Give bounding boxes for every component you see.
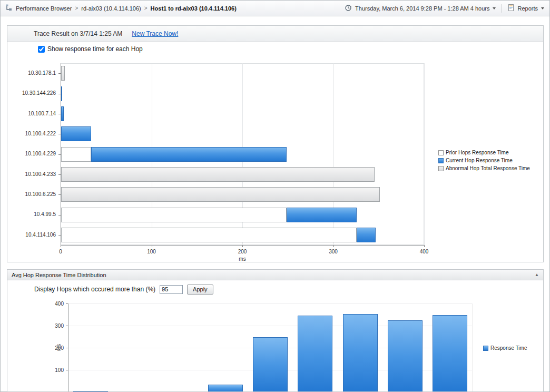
- legend-item-prior: Prior Hops Response Time: [438, 150, 530, 155]
- current-hop-swatch: [438, 158, 444, 163]
- y-tick-label: 300: [48, 323, 64, 329]
- current-hop-bar: [287, 208, 357, 222]
- current-hop-bar: [91, 147, 287, 162]
- chevron-down-icon[interactable]: [541, 7, 544, 9]
- time-range-selector[interactable]: Thursday, March 6, 2014 9:28 PM - 1:28 A…: [355, 5, 489, 12]
- new-trace-link[interactable]: New Trace Now!: [132, 30, 178, 37]
- category-label: 10.100.6.225: [7, 184, 56, 204]
- current-hop-bar: [61, 86, 62, 101]
- current-hop-bar: [61, 126, 91, 141]
- response-time-swatch: [483, 346, 488, 351]
- abnormal-hop-bar: [61, 187, 380, 202]
- show-response-time-checkbox[interactable]: [38, 46, 45, 53]
- prior-hops-bar: [61, 228, 357, 242]
- distribution-panel: Avg Hop Response Time Distribution ▲ 100…: [7, 269, 544, 392]
- prior-hops-swatch: [438, 150, 444, 155]
- response-time-bar: [433, 315, 467, 392]
- x-tick-label: 0: [50, 249, 71, 254]
- distribution-chart-legend: Response Time: [483, 345, 527, 351]
- current-hop-bar: [61, 106, 64, 121]
- category-label: 10.30.144.226: [7, 83, 56, 103]
- y-tick-label: 100: [48, 367, 64, 373]
- legend-label: Abnormal Hop Total Response Time: [446, 165, 530, 171]
- hop-filter-input[interactable]: [160, 285, 183, 294]
- category-label: 10.100.4.229: [7, 144, 56, 164]
- trace-result-title: Trace Result on 3/7/14 1:25 AM: [34, 30, 122, 37]
- chevron-down-icon[interactable]: [493, 7, 496, 9]
- response-time-bar: [298, 316, 332, 392]
- breadcrumb-performance-browser[interactable]: Performance Browser: [16, 5, 72, 12]
- breadcrumb-separator: >: [75, 5, 78, 11]
- y-axis: [68, 303, 68, 392]
- x-axis-label: ms: [61, 256, 424, 262]
- time-range-icon: [345, 4, 352, 13]
- show-response-time-row: Show response time for each Hop: [38, 45, 143, 53]
- legend-label: Response Time: [490, 345, 527, 351]
- top-bar: Performance Browser > rd-aix03 (10.4.114…: [1, 1, 549, 16]
- category-label: 10.4.114.106: [7, 225, 56, 245]
- legend-label: Current Hop Response Time: [446, 158, 513, 163]
- current-hop-bar: [357, 228, 376, 242]
- prior-hops-bar: [61, 147, 91, 162]
- gridline: [424, 63, 425, 245]
- reports-menu[interactable]: Reports: [517, 5, 538, 12]
- category-label: 10.100.4.222: [7, 124, 56, 144]
- category-label: 10.30.178.1: [7, 63, 56, 83]
- x-tick-label: 100: [141, 249, 162, 254]
- x-axis: [61, 245, 425, 246]
- breadcrumb-host[interactable]: rd-aix03 (10.4.114.106): [81, 5, 141, 12]
- legend-item-current: Current Hop Response Time: [438, 158, 530, 163]
- category-label: 10.100.4.233: [7, 164, 56, 184]
- performance-browser-icon: [6, 4, 13, 12]
- y-axis-label: ms: [56, 344, 62, 351]
- trace-chart-legend: Prior Hops Response Time Current Hop Res…: [438, 150, 530, 171]
- gridline: [68, 303, 473, 304]
- response-time-bar: [253, 337, 288, 392]
- abnormal-hop-swatch: [438, 166, 444, 171]
- page: Performance Browser > rd-aix03 (10.4.114…: [0, 0, 550, 392]
- topbar-divider: [502, 4, 502, 13]
- prior-hops-bar: [61, 208, 287, 222]
- topbar-right: Thursday, March 6, 2014 9:28 PM - 1:28 A…: [345, 4, 544, 13]
- category-label: 10.100.7.14: [7, 104, 56, 124]
- response-time-bar: [388, 320, 423, 392]
- response-time-bar: [208, 385, 243, 392]
- abnormal-hop-bar: [61, 167, 375, 182]
- trace-result-panel: Trace Result on 3/7/14 1:25 AM New Trace…: [7, 25, 544, 262]
- y-axis: [61, 63, 61, 246]
- breadcrumb-current-page: Host1 to rd-aix03 (10.4.114.106): [151, 5, 237, 12]
- show-response-time-label: Show response time for each Hop: [47, 45, 143, 53]
- trace-result-header: Trace Result on 3/7/14 1:25 AM New Trace…: [7, 26, 543, 42]
- breadcrumb-separator: >: [144, 5, 148, 11]
- abnormal-hop-bar: [61, 66, 65, 81]
- apply-button[interactable]: Apply: [187, 285, 213, 295]
- reports-icon: [508, 4, 514, 12]
- hop-filter-row: Display Hops which occured more than (%)…: [34, 284, 213, 295]
- x-tick-label: 300: [323, 249, 344, 254]
- hop-filter-label: Display Hops which occured more than (%): [34, 286, 155, 293]
- breadcrumb: Performance Browser > rd-aix03 (10.4.114…: [6, 4, 345, 12]
- response-time-bar: [343, 314, 378, 392]
- y-tick-label: 400: [48, 301, 64, 307]
- legend-item-abnormal: Abnormal Hop Total Response Time: [438, 165, 530, 171]
- x-tick-label: 200: [232, 249, 253, 254]
- category-label: 10.4.99.5: [7, 204, 56, 224]
- legend-label: Prior Hops Response Time: [446, 150, 509, 155]
- x-tick-label: 400: [414, 249, 435, 254]
